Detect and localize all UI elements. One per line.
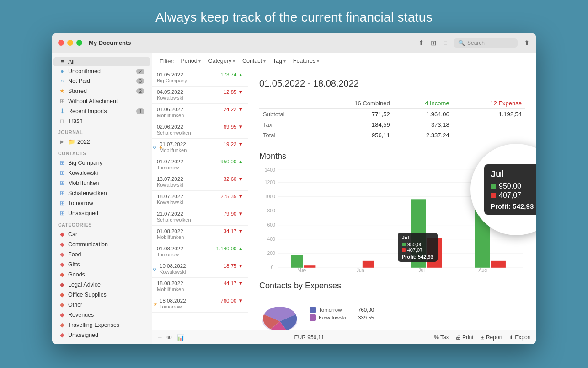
- sidebar-item-trash[interactable]: 🗑 Trash: [53, 116, 150, 125]
- transaction-item[interactable]: 01.07.2022 950,00 ▲ Tomorrow: [152, 156, 248, 173]
- transaction-company: Mobilfunken: [160, 147, 243, 153]
- sidebar-revenues-label: Revenues: [68, 312, 94, 318]
- transaction-item[interactable]: 18.08.2022 44,17 ▼ Mobilfunken: [152, 278, 248, 295]
- contact-icon: ⊞: [59, 200, 65, 206]
- filter-period-button[interactable]: Period: [178, 57, 204, 65]
- transaction-date: 04.05.2022: [157, 89, 183, 95]
- transaction-item[interactable]: 02.06.2022 69,95 ▼ Schäfenwolken: [152, 121, 248, 139]
- transaction-item[interactable]: 18.07.2022 275,35 ▼ Kowalowski: [152, 191, 248, 208]
- transaction-item[interactable]: 01.06.2022 24,22 ▼ Mobilfunken: [152, 104, 248, 121]
- category-icon: ◆: [59, 311, 65, 318]
- row-label: Subtotal: [259, 109, 314, 120]
- legend-row-kowalowski: Kowalowski 339.55: [310, 314, 374, 321]
- sidebar-item-journal-2022[interactable]: ▶ 📁 2022: [53, 137, 150, 146]
- contact-icon: ⊞: [59, 159, 65, 166]
- maximize-button[interactable]: [76, 40, 82, 46]
- sidebar-item-contact-schafenwolken[interactable]: ⊞ Schäfenwolken: [53, 188, 150, 198]
- transaction-date: 01.06.2022: [157, 107, 183, 112]
- bottom-actions: % Tax 🖨 Print ⊞ Report ⬆ Export: [434, 334, 531, 341]
- category-icon: ◆: [59, 271, 65, 278]
- sidebar-item-cat-goods[interactable]: ◆ Goods: [53, 270, 150, 279]
- transaction-item[interactable]: 21.07.2022 79,90 ▼ Schäfenwolken: [152, 208, 248, 226]
- sidebar-item-contact-kowalowski[interactable]: ⊞ Kowalowski: [53, 168, 150, 178]
- sidebar-item-cat-unassigned[interactable]: ◆ Unassigned: [53, 330, 150, 340]
- transaction-date: 02.06.2022: [157, 124, 183, 130]
- combined-val: 956,11: [314, 130, 394, 141]
- sidebar-item-contact-mobilfunken[interactable]: ⊞ Mobilfunken: [53, 178, 150, 188]
- add-icon[interactable]: +: [158, 333, 162, 341]
- chart-icon[interactable]: 📊: [177, 334, 184, 341]
- sidebar-food-label: Food: [68, 251, 81, 258]
- filter-category-button[interactable]: Category: [205, 57, 238, 65]
- transaction-item[interactable]: ★ 18.08.2022 760,00 ▼ Tomorrow: [152, 295, 248, 313]
- sidebar-item-cat-revenues[interactable]: ◆ Revenues: [53, 310, 150, 319]
- print-button[interactable]: 🖨 Print: [455, 334, 474, 341]
- income-val: 1.964,06: [394, 109, 453, 120]
- sidebar-item-all[interactable]: ≡ All: [53, 57, 150, 66]
- sidebar-item-cat-travel[interactable]: ◆ Travelling Expenses: [53, 320, 150, 330]
- sidebar-item-notpaid[interactable]: ○ Not Paid 3: [53, 76, 150, 86]
- sidebar-item-contact-unassigned[interactable]: ⊞ Unassigned: [53, 208, 150, 218]
- svg-text:Jun: Jun: [357, 268, 364, 272]
- sidebar-item-cat-communication[interactable]: ◆ Communication: [53, 239, 150, 249]
- legend-label-tomorrow: Tomorrow: [319, 307, 346, 313]
- svg-text:1200: 1200: [265, 180, 276, 185]
- transaction-item[interactable]: 01.08.2022 1.140,00 ▲ Tomorrow: [152, 243, 248, 260]
- category-icon: ◆: [59, 291, 65, 298]
- trash-icon: 🗑: [59, 118, 65, 124]
- sidebar-item-cat-other[interactable]: ◆ Other: [53, 300, 150, 309]
- sidebar-communication-label: Communication: [68, 241, 108, 248]
- svg-text:200: 200: [267, 251, 275, 256]
- transaction-company: Big Company: [157, 78, 243, 83]
- search-box[interactable]: 🔍 Search: [454, 38, 518, 48]
- sidebar-unconfirmed-label: Unconfirmed: [68, 68, 101, 75]
- sidebar-item-cat-legal[interactable]: ◆ Legal Advice: [53, 280, 150, 289]
- transaction-item[interactable]: 04.05.2022 12,85 ▼ Kowalowski: [152, 87, 248, 104]
- sidebar-item-without-attachment[interactable]: ⊞ Without Attachment: [53, 96, 150, 106]
- sidebar-bigcompany-label: Big Company: [68, 160, 102, 166]
- columns-icon[interactable]: ≡: [443, 39, 447, 47]
- tax-button[interactable]: % Tax: [434, 334, 449, 341]
- row-label: Total: [259, 130, 314, 141]
- sidebar-item-contact-tomorrow[interactable]: ⊞ Tomorrow: [53, 198, 150, 208]
- sidebar-item-cat-food[interactable]: ◆ Food: [53, 249, 150, 259]
- transaction-item[interactable]: 13.07.2022 32,60 ▼ Kowalowski: [152, 173, 248, 191]
- minimize-button[interactable]: [67, 40, 73, 46]
- col-header-combined: 16 Combined: [314, 98, 394, 109]
- filter-tag-button[interactable]: Tag: [270, 57, 289, 65]
- sidebar-item-cat-office[interactable]: ◆ Office Supplies: [53, 290, 150, 299]
- eye-icon[interactable]: 👁: [166, 334, 172, 341]
- contacts-section-label: CONTACTS: [52, 147, 152, 157]
- transaction-item[interactable]: 01.08.2022 34,17 ▼ Mobilfunken: [152, 226, 248, 243]
- contacts-section: Contacts by Expenses: [259, 281, 525, 330]
- sidebar-item-cat-gifts[interactable]: ◆ Gifts: [53, 260, 150, 269]
- upload-icon[interactable]: ⬆: [418, 39, 424, 47]
- summary-row-total: Total 956,11 2.337,24: [259, 130, 525, 141]
- filter-features-button[interactable]: Features: [290, 57, 322, 65]
- transaction-amount: 12,85 ▼: [224, 89, 243, 95]
- layout-icon[interactable]: ⊞: [431, 39, 437, 47]
- sidebar-item-unconfirmed[interactable]: ● Unconfirmed 2: [53, 67, 150, 76]
- transaction-item[interactable]: 01.05.2022 173,74 ▲ Big Company: [152, 69, 248, 87]
- main-layout: ≡ All ● Unconfirmed 2 ○ Not Paid 3 ★ Sta…: [52, 53, 536, 344]
- contacts-legend: Tomorrow 760,00 Kowalowski 339.55: [310, 307, 374, 322]
- tooltip-income: 950,00: [499, 182, 521, 190]
- content-area: Filter: Period Category Contact Tag Feat…: [152, 53, 536, 344]
- close-button[interactable]: [58, 40, 64, 46]
- transaction-company: Tomorrow: [157, 252, 243, 257]
- sidebar-item-cat-car[interactable]: ◆ Car: [53, 229, 150, 239]
- export-button[interactable]: ⬆ Export: [509, 334, 531, 341]
- filter-contact-button[interactable]: Contact: [240, 57, 268, 65]
- chart-tooltip-small: Jul 950,00 407,07 Profit: 542,93: [398, 233, 438, 262]
- transaction-item[interactable]: ★ 01.07.2022 19,22 ▼ Mobilfunken: [152, 139, 248, 156]
- income-color-square: [491, 184, 496, 189]
- sidebar-item-recent-imports[interactable]: ⬇ Recent Imports 1: [53, 106, 150, 116]
- report-button[interactable]: ⊞ Report: [480, 334, 502, 341]
- share-icon[interactable]: ⬆: [524, 39, 530, 47]
- sidebar-item-starred[interactable]: ★ Starred 2: [53, 86, 150, 96]
- sidebar-item-contact-bigcompany[interactable]: ⊞ Big Company: [53, 158, 150, 168]
- transaction-item[interactable]: 10.08.2022 18,75 ▼ Kowalowski: [152, 260, 248, 278]
- categories-section-label: CATEGORIES: [52, 218, 152, 229]
- transaction-amount: 1.140,00 ▲: [216, 246, 243, 251]
- row-label: Tax: [259, 119, 314, 130]
